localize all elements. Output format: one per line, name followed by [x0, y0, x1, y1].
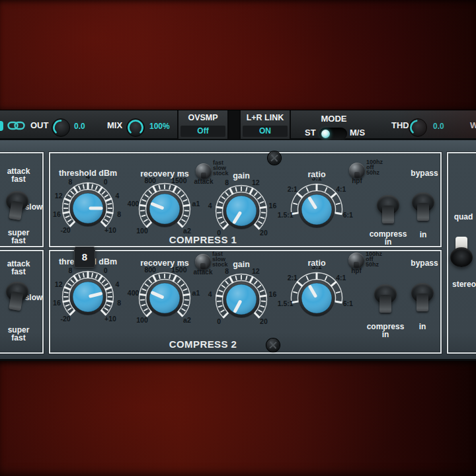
svg-text:12: 12	[55, 192, 63, 200]
quad-stereo-switch[interactable]	[448, 234, 475, 271]
svg-text:+10: +10	[104, 315, 116, 323]
attack-fast-label: attackfast	[0, 260, 42, 276]
threshold-label: threshold dBm	[45, 169, 131, 178]
main-panel: attackfast slow superfast attackfast slo…	[0, 140, 476, 361]
svg-text:4:1: 4:1	[336, 185, 346, 193]
svg-text:6:1: 6:1	[343, 299, 353, 307]
attack-fast-label: attackfast	[0, 167, 42, 183]
ratio-label: ratio	[274, 170, 360, 179]
svg-text:16: 16	[53, 210, 61, 218]
svg-text:+10: +10	[104, 226, 116, 234]
thd-value: 0.0	[433, 122, 444, 131]
attack-panel-2: attackfast slow superfast	[0, 250, 44, 354]
mix-knob[interactable]	[126, 118, 145, 138]
svg-text:400: 400	[128, 289, 139, 297]
mode-toggle[interactable]	[319, 128, 347, 140]
ovsmp-value[interactable]: Off	[180, 126, 225, 137]
svg-text:4: 4	[208, 290, 212, 298]
svg-text:8: 8	[117, 210, 121, 218]
cut-control-fragment	[0, 121, 3, 131]
compress-in-switch-2[interactable]	[372, 283, 399, 320]
svg-text:-20: -20	[60, 226, 70, 234]
lr-link-value[interactable]: ON	[243, 126, 288, 137]
toolbar-divider	[229, 110, 239, 139]
svg-text:20: 20	[260, 317, 268, 325]
svg-text:12: 12	[55, 280, 63, 288]
svg-text:0: 0	[104, 178, 108, 186]
compressor-2-panel: threshold dBm -20161284048+10 recovery m…	[49, 250, 442, 354]
out-value: 0.0	[74, 122, 85, 131]
svg-text:100: 100	[136, 227, 148, 235]
toolbar: OUT 0.0 MIX 100% OVSMP Off L+R LINK ON M…	[0, 110, 476, 140]
svg-text:4: 4	[115, 280, 119, 288]
thd-knob[interactable]	[408, 118, 428, 138]
recovery-label: recovery ms	[122, 258, 208, 268]
partial-right-label: W	[470, 121, 476, 130]
attack-mode-caption: attack	[190, 268, 216, 276]
switch-lever	[416, 294, 428, 311]
hpf-options: 100hz off 50hz	[366, 159, 383, 175]
svg-text:1.5:1: 1.5:1	[278, 299, 294, 307]
svg-text:8: 8	[117, 299, 121, 307]
svg-text:4:1: 4:1	[336, 274, 346, 282]
ratio-label: ratio	[274, 258, 360, 268]
hpf-options: 100hz off 50hz	[366, 251, 382, 267]
stereo-label: stereo	[448, 280, 476, 288]
gain-label: gain	[198, 260, 284, 269]
switch-lever	[9, 201, 23, 220]
svg-text:6:1: 6:1	[343, 211, 353, 219]
switch-lever	[382, 206, 394, 223]
super-fast-label: superfast	[0, 229, 42, 245]
ovsmp-label: OVSMP	[178, 113, 227, 122]
hpf-caption: hpf	[343, 267, 370, 274]
in-caption: in	[403, 323, 442, 331]
gain-label: gain	[198, 171, 284, 180]
svg-text:100: 100	[136, 316, 148, 324]
svg-text:0: 0	[217, 317, 221, 325]
lr-link-label: L+R LINK	[241, 113, 290, 122]
recovery-label: recovery ms	[122, 169, 208, 178]
bypass-label: bypass	[398, 259, 451, 267]
out-label: OUT	[30, 121, 48, 130]
link-icon[interactable]	[7, 120, 25, 131]
svg-text:-20: -20	[60, 315, 70, 323]
mode-ms-label: M/S	[350, 128, 365, 138]
switch-base	[450, 247, 473, 267]
quad-label: quad	[448, 213, 476, 221]
top-screw	[268, 151, 281, 165]
compressor-1-panel: threshold dBm -20161284048+10 recovery m…	[49, 152, 442, 247]
svg-text:4: 4	[208, 202, 212, 210]
compressor-1-title: COMPRESS 1	[104, 235, 302, 245]
svg-text:a2: a2	[183, 316, 191, 324]
mix-label: MIX	[107, 121, 122, 130]
plugin-window: OUT 0.0 MIX 100% OVSMP Off L+R LINK ON M…	[0, 0, 476, 476]
thd-label: THD	[391, 121, 409, 130]
out-knob[interactable]	[51, 118, 71, 138]
channel-mode-panel: quad stereo	[447, 152, 476, 354]
svg-text:1.5:1: 1.5:1	[278, 211, 294, 219]
svg-text:8: 8	[68, 178, 72, 186]
in-caption: in	[403, 231, 443, 239]
svg-text:8: 8	[68, 266, 72, 274]
mode-label: MODE	[301, 114, 367, 124]
bypass-label: bypass	[398, 169, 451, 177]
switch-lever	[417, 203, 429, 221]
svg-text:400: 400	[128, 200, 139, 208]
mix-value: 100%	[149, 122, 170, 131]
attack-panel-1: attackfast slow superfast	[0, 152, 44, 247]
in-switch-1[interactable]	[410, 191, 436, 228]
mode-toggle-dot	[321, 130, 330, 138]
background-texture-bottom	[0, 361, 476, 476]
mode-st-label: ST	[305, 128, 316, 138]
in-switch-2[interactable]	[409, 282, 436, 319]
compress-in-switch-1[interactable]	[375, 194, 401, 231]
switch-lever	[379, 295, 391, 313]
svg-text:4: 4	[115, 192, 119, 200]
background-texture-top	[0, 0, 476, 110]
ovsmp-cell: OVSMP Off	[177, 110, 229, 139]
lr-link-cell: L+R LINK ON	[239, 110, 291, 139]
svg-text:0: 0	[104, 266, 108, 274]
svg-text:2:1: 2:1	[288, 274, 298, 282]
value-tooltip: 8	[74, 247, 95, 268]
super-fast-label: superfast	[0, 326, 42, 342]
